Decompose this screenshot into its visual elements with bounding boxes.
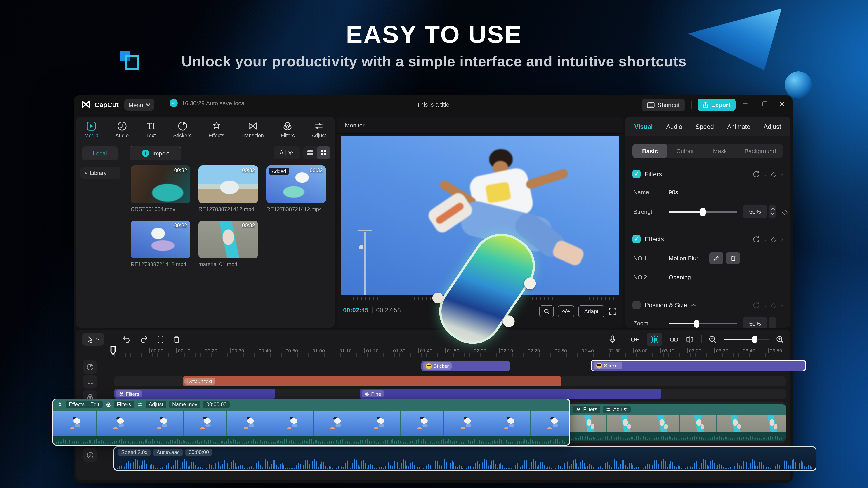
overlay-clip-selected[interactable]: Effects – Edit Filters Adjust Name.mov 0… [53, 398, 570, 446]
inspector-panel: Visual Audio Speed Animate Adjust Basic … [625, 117, 790, 328]
maximize-button[interactable] [762, 101, 768, 107]
strength-value-box[interactable]: 50% [743, 205, 767, 218]
text-clip[interactable]: Default text [183, 377, 561, 386]
effects-checkbox[interactable]: ✓ [632, 235, 641, 243]
split-button[interactable] [157, 336, 164, 343]
tab-visual[interactable]: Visual [634, 123, 653, 130]
playhead-line[interactable] [113, 347, 114, 470]
sunglasses-emoji-icon [596, 363, 602, 368]
pine-clip[interactable]: Pine [360, 389, 661, 398]
snap-toggle-button[interactable] [631, 336, 640, 343]
segment-basic[interactable]: Basic [632, 144, 668, 158]
minimize-button[interactable] [742, 101, 748, 107]
minimize-icon [742, 101, 748, 107]
segment-cutout[interactable]: Cutout [668, 148, 703, 154]
marketing-canvas: EASY TO USE Unlock your productivity wit… [0, 0, 868, 488]
close-button[interactable] [779, 101, 785, 107]
shortcut-button[interactable]: Shortcut [642, 99, 685, 111]
keyframe-diamond-icon[interactable]: ◇ [771, 170, 777, 178]
list-view-button[interactable] [303, 147, 317, 159]
timeline-zoom-out-button[interactable] [709, 335, 717, 343]
media-item-2[interactable]: 00:32 [198, 165, 258, 203]
record-voiceover-button[interactable] [609, 335, 616, 344]
media-item-3[interactable]: 00:32 Added [266, 165, 326, 203]
timeline-zoom-slider[interactable] [724, 336, 769, 343]
export-button[interactable]: Export [698, 98, 736, 111]
sticker-clip-2-selected[interactable]: Sticker [591, 360, 806, 371]
strength-stepper[interactable] [769, 205, 776, 218]
keyframe-diamond-icon[interactable]: ◇ [771, 235, 777, 243]
strength-slider[interactable] [669, 212, 737, 213]
fullscreen-button[interactable] [609, 307, 617, 315]
split-preview-button[interactable] [686, 336, 694, 343]
video-clip-2[interactable]: Filters Adjust [570, 404, 786, 441]
tab-filters[interactable]: Filters [281, 121, 295, 138]
keyframe-diamond-icon[interactable]: ◇ [782, 207, 787, 216]
filters-clip[interactable]: Filters [114, 389, 275, 398]
media-item-4[interactable]: 00:32 [131, 221, 190, 258]
maximize-icon [762, 101, 768, 107]
sticker-clip-1[interactable]: Sticker [421, 361, 510, 371]
adapt-dropdown[interactable]: Adapt [578, 305, 604, 317]
delete-button[interactable] [173, 336, 180, 343]
tab-text[interactable]: TI Text [146, 121, 156, 138]
preview-zoom-button[interactable] [539, 305, 554, 317]
library-tree-item[interactable]: Library [81, 167, 120, 179]
timeline-zoom-thumb[interactable] [752, 336, 757, 343]
keyframe-next-icon[interactable]: › [781, 236, 783, 242]
waveform-view-button[interactable] [558, 305, 574, 317]
media-item-5[interactable]: 00:32 [198, 221, 258, 258]
tab-animate[interactable]: Animate [727, 123, 750, 130]
edit-effect-button[interactable] [709, 252, 723, 264]
audio-clip-selected[interactable]: Speed 2.0x Audio.aac 00:00:00 [114, 447, 816, 471]
sticker-track-icon[interactable] [83, 360, 97, 374]
tab-media[interactable]: Media [84, 121, 98, 138]
strength-slider-thumb[interactable] [700, 208, 706, 217]
delete-effect-button[interactable] [726, 252, 740, 264]
link-clips-button[interactable] [670, 336, 679, 342]
tab-audio[interactable]: Audio [115, 121, 129, 138]
reset-icon[interactable] [752, 170, 760, 178]
tab-speed[interactable]: Speed [695, 123, 714, 130]
position-size-checkbox[interactable] [632, 301, 641, 309]
segment-mask[interactable]: Mask [703, 148, 738, 154]
zoom-row-slider[interactable] [669, 323, 737, 324]
stepper-up-icon[interactable] [770, 207, 775, 210]
pencil-icon [713, 255, 719, 261]
undo-button[interactable] [123, 336, 131, 343]
position-size-header[interactable]: Position & Size [632, 301, 696, 309]
media-source-rail: Local Library [76, 142, 124, 328]
zoom-row-value-box[interactable]: 50% [743, 317, 767, 328]
keyframe-prev-icon[interactable]: ‹ [765, 171, 767, 177]
filters-checkbox[interactable]: ✓ [632, 170, 641, 178]
segment-background[interactable]: Background [738, 148, 783, 154]
tab-effects[interactable]: Effects [209, 121, 224, 138]
grid-view-button[interactable] [317, 147, 331, 159]
stepper-down-icon[interactable] [770, 212, 775, 215]
preview-axis-button[interactable] [647, 332, 662, 346]
filter-all-dropdown[interactable]: All [274, 147, 300, 159]
text-track-icon[interactable]: TI [83, 375, 97, 389]
collapse-icon[interactable] [691, 304, 696, 306]
timeline-zoom-in-button[interactable] [776, 335, 784, 343]
select-tool-button[interactable] [82, 333, 104, 346]
total-time: 00:27:58 [376, 306, 401, 314]
import-button[interactable]: + Import [130, 146, 181, 160]
media-item-1[interactable]: 00:32 [131, 165, 190, 203]
source-tab-local[interactable]: Local [82, 147, 118, 160]
redo-button[interactable] [140, 336, 148, 343]
window-titlebar: CapCut Menu ✓ 16:30:29 Auto save local T… [74, 95, 793, 114]
audio-track-icon[interactable] [83, 448, 97, 462]
playhead-handle[interactable] [110, 346, 116, 355]
reset-icon[interactable] [752, 235, 760, 243]
tab-stickers[interactable]: Stickers [173, 121, 192, 138]
tab-adjust-inspector[interactable]: Adjust [764, 123, 781, 130]
timeline-ruler[interactable]: 00:0000:1000:2000:3000:4000:5001:0001:10… [76, 347, 790, 358]
keyframe-prev-icon[interactable]: ‹ [765, 236, 767, 242]
tab-transition[interactable]: Transition [241, 121, 264, 138]
tab-audio-inspector[interactable]: Audio [666, 123, 682, 130]
tab-adjust[interactable]: Adjust [312, 121, 326, 138]
zoom-row-stepper[interactable] [769, 317, 776, 328]
timeline-panel: 00:0000:1000:2000:3000:4000:5001:0001:10… [76, 330, 790, 480]
keyframe-next-icon[interactable]: › [781, 171, 783, 177]
